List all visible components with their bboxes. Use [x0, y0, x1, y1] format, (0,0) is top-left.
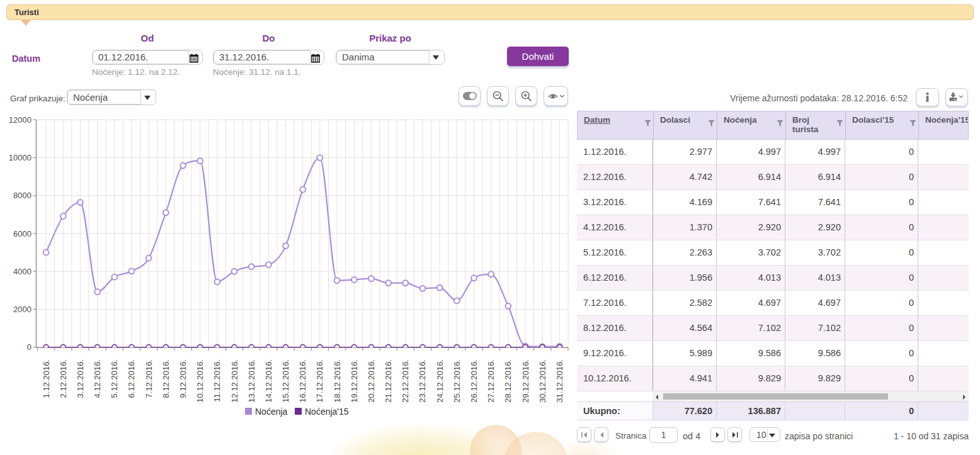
svg-text:14.12.2016.: 14.12.2016.: [264, 359, 273, 403]
svg-text:21.12.2016.: 21.12.2016.: [384, 359, 393, 403]
svg-text:4.12.2016.: 4.12.2016.: [93, 359, 102, 398]
svg-text:11.12.2016.: 11.12.2016.: [212, 359, 222, 402]
svg-text:10000: 10000: [9, 153, 31, 162]
svg-text:2000: 2000: [13, 305, 31, 314]
svg-text:29.12.2016.: 29.12.2016.: [521, 359, 530, 403]
svg-text:19.12.2016.: 19.12.2016.: [350, 359, 359, 403]
svg-text:24.12.2016.: 24.12.2016.: [435, 359, 445, 403]
svg-text:12000: 12000: [9, 115, 31, 125]
svg-text:10.12.2016.: 10.12.2016.: [195, 359, 205, 403]
svg-text:15.12.2016.: 15.12.2016.: [281, 359, 290, 403]
svg-text:3.12.2016.: 3.12.2016.: [76, 359, 85, 398]
svg-text:9.12.2016.: 9.12.2016.: [178, 359, 188, 398]
svg-text:7.12.2016.: 7.12.2016.: [144, 359, 154, 398]
svg-text:16.12.2016.: 16.12.2016.: [298, 359, 307, 403]
svg-text:27.12.2016.: 27.12.2016.: [486, 359, 496, 403]
svg-text:22.12.2016.: 22.12.2016.: [401, 359, 410, 403]
svg-text:2.12.2016.: 2.12.2016.: [59, 359, 68, 398]
svg-text:20.12.2016.: 20.12.2016.: [367, 359, 376, 403]
svg-text:13.12.2016.: 13.12.2016.: [247, 359, 256, 403]
svg-text:17.12.2016.: 17.12.2016.: [315, 359, 324, 403]
svg-text:23.12.2016.: 23.12.2016.: [418, 359, 427, 403]
svg-text:6.12.2016.: 6.12.2016.: [127, 359, 136, 398]
svg-text:12.12.2016.: 12.12.2016.: [230, 359, 239, 403]
svg-text:4000: 4000: [13, 267, 31, 276]
svg-text:18.12.2016.: 18.12.2016.: [333, 359, 342, 403]
svg-text:Noćenja: Noćenja: [255, 407, 288, 417]
svg-text:6000: 6000: [13, 229, 31, 239]
svg-text:1.12.2016.: 1.12.2016.: [42, 359, 51, 398]
svg-text:5.12.2016.: 5.12.2016.: [110, 359, 119, 398]
svg-text:0: 0: [27, 342, 31, 352]
svg-text:31.12.2016.: 31.12.2016.: [555, 359, 564, 403]
svg-text:30.12.2016.: 30.12.2016.: [538, 359, 547, 403]
svg-text:26.12.2016.: 26.12.2016.: [469, 359, 479, 403]
svg-text:8000: 8000: [13, 191, 31, 200]
svg-text:25.12.2016.: 25.12.2016.: [452, 359, 462, 403]
svg-text:28.12.2016.: 28.12.2016.: [503, 359, 513, 403]
svg-text:Noćenja'15: Noćenja'15: [305, 407, 349, 417]
svg-text:8.12.2016.: 8.12.2016.: [161, 359, 171, 398]
